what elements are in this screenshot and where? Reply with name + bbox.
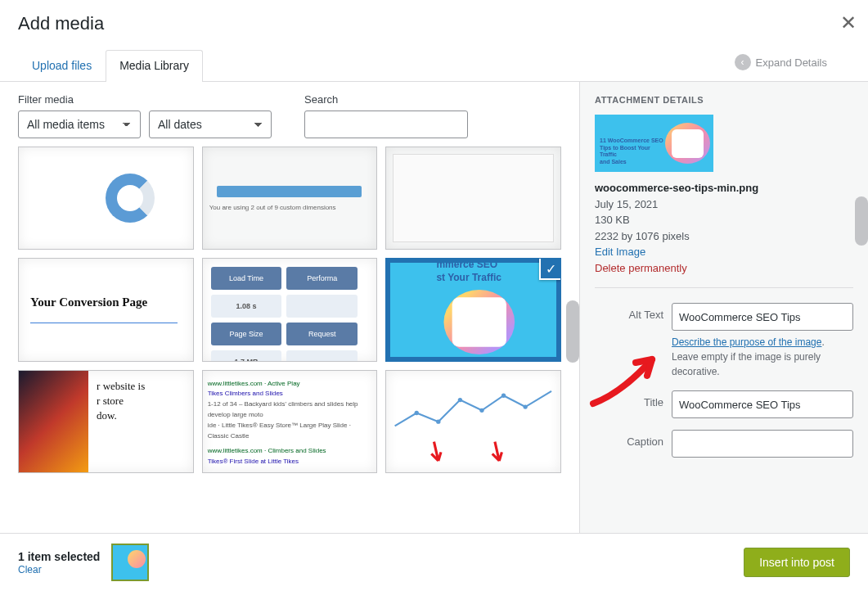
check-icon: ✓ bbox=[539, 258, 561, 280]
media-grid-scroll[interactable]: You are using 2 out of 9 custom dimensio… bbox=[0, 147, 579, 533]
attachment-details-sidebar: ATTACHMENT DETAILS 11 WooCommerce SEO Ti… bbox=[580, 82, 868, 533]
attachment-dimensions: 2232 by 1076 pixels bbox=[595, 228, 853, 245]
scrollbar-thumb[interactable] bbox=[855, 196, 868, 246]
thumb-heading: Your Conversion Page bbox=[30, 296, 178, 309]
close-button[interactable]: ✕ bbox=[840, 11, 857, 34]
media-grid: You are using 2 out of 9 custom dimensio… bbox=[18, 147, 561, 473]
alt-text-help-link[interactable]: Describe the purpose of the image bbox=[672, 336, 821, 348]
alt-text-help: Describe the purpose of the image. Leave… bbox=[672, 335, 853, 379]
modal-body: Filter media All media items All dates S… bbox=[0, 82, 868, 533]
title-input[interactable] bbox=[672, 390, 853, 418]
caption-field: Caption bbox=[595, 430, 853, 458]
attachment-filename: woocommerce-seo-tips-min.png bbox=[595, 180, 853, 196]
delete-permanently-link[interactable]: Delete permanently bbox=[595, 262, 687, 274]
attachment-meta: woocommerce-seo-tips-min.png July 15, 20… bbox=[595, 180, 853, 276]
media-item[interactable] bbox=[385, 370, 561, 473]
svg-point-1 bbox=[436, 419, 440, 423]
filter-bar: Filter media All media items All dates S… bbox=[0, 82, 579, 147]
illustration-icon bbox=[443, 290, 515, 354]
modal-title: Add media bbox=[18, 13, 850, 34]
thumb-text-line: dow. bbox=[97, 408, 185, 423]
alt-text-field: Alt Text Describe the purpose of the ima… bbox=[595, 303, 853, 379]
modal-header: Add media bbox=[0, 0, 868, 34]
selected-thumbnail[interactable] bbox=[111, 544, 149, 581]
chevron-left-icon: ‹ bbox=[735, 54, 751, 70]
media-item[interactable]: Your Conversion Page bbox=[18, 258, 194, 361]
search-input[interactable] bbox=[304, 111, 468, 138]
title-field: Title bbox=[595, 390, 853, 418]
chart-icon bbox=[386, 371, 560, 472]
expand-details-label: Expand Details bbox=[756, 56, 827, 69]
svg-point-0 bbox=[415, 410, 419, 414]
filter-media-group: Filter media All media items All dates bbox=[18, 93, 272, 138]
title-label: Title bbox=[595, 390, 663, 408]
library-panel: Filter media All media items All dates S… bbox=[0, 82, 580, 533]
thumb-text-line: r store bbox=[97, 394, 185, 408]
divider bbox=[595, 287, 853, 288]
caption-label: Caption bbox=[595, 430, 663, 448]
thumb-text-line: st Your Traffic bbox=[436, 272, 519, 285]
media-item[interactable]: You are using 2 out of 9 custom dimensio… bbox=[202, 147, 378, 250]
expand-details-button[interactable]: ‹ Expand Details bbox=[735, 54, 827, 70]
search-group: Search bbox=[304, 93, 468, 138]
media-item[interactable] bbox=[18, 147, 194, 250]
attachment-date: July 15, 2021 bbox=[595, 196, 853, 213]
caption-input[interactable] bbox=[672, 430, 853, 458]
clear-selection-link[interactable]: Clear bbox=[18, 564, 42, 575]
svg-point-4 bbox=[501, 393, 506, 397]
thumb-text-line: mmerce SEO bbox=[436, 259, 519, 272]
insert-into-post-button[interactable]: Insert into post bbox=[744, 548, 850, 577]
sidebar-heading: ATTACHMENT DETAILS bbox=[595, 95, 853, 105]
svg-point-2 bbox=[458, 397, 462, 401]
search-label: Search bbox=[304, 93, 468, 106]
attachment-preview-thumbnail[interactable]: 11 WooCommerce SEO Tips to Boost Your Tr… bbox=[595, 115, 713, 172]
filter-date-select[interactable]: All dates bbox=[149, 111, 272, 138]
tab-media-library[interactable]: Media Library bbox=[106, 50, 203, 82]
selection-info: 1 item selected Clear bbox=[18, 544, 149, 581]
media-item[interactable]: www.littletikes.com · Active Play Tikes … bbox=[202, 370, 378, 473]
modal-footer: 1 item selected Clear Insert into post bbox=[0, 533, 868, 591]
filter-media-type-select[interactable]: All media items bbox=[18, 111, 141, 138]
add-media-modal: Add media ✕ ‹ Expand Details Upload file… bbox=[0, 0, 868, 591]
svg-point-3 bbox=[480, 408, 484, 412]
scrollbar-thumb[interactable] bbox=[566, 300, 579, 363]
media-item-selected[interactable]: mmerce SEO st Your Traffic ✓ bbox=[385, 258, 561, 361]
media-item[interactable] bbox=[385, 147, 561, 250]
attachment-filesize: 130 KB bbox=[595, 212, 853, 228]
illustration-icon bbox=[665, 123, 710, 164]
edit-image-link[interactable]: Edit Image bbox=[595, 246, 645, 258]
alt-text-label: Alt Text bbox=[595, 303, 663, 321]
selected-count: 1 item selected bbox=[18, 550, 100, 563]
thumb-text-line: r website is bbox=[97, 379, 185, 394]
tab-upload-files[interactable]: Upload files bbox=[18, 50, 106, 82]
svg-point-5 bbox=[524, 404, 528, 408]
media-item[interactable]: r website is r store dow. bbox=[18, 370, 194, 473]
media-item[interactable]: Load Time Performa 1.08 s Page Size Requ… bbox=[202, 258, 378, 361]
filter-media-label: Filter media bbox=[18, 93, 272, 106]
alt-text-input[interactable] bbox=[672, 303, 853, 331]
thumb-caption: You are using 2 out of 9 custom dimensio… bbox=[209, 204, 336, 211]
